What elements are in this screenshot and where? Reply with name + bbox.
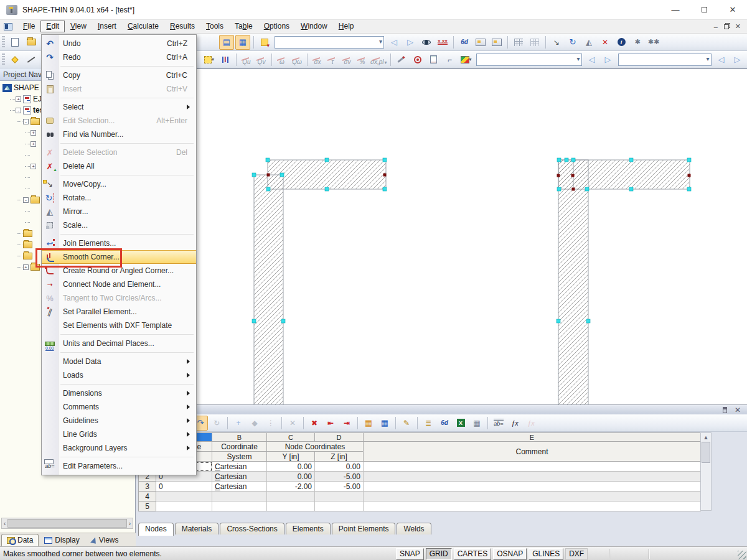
result-sigma-v-button[interactable]: σv	[341, 53, 354, 67]
open-file-button[interactable]	[24, 35, 39, 50]
column-header-b[interactable]: B	[212, 433, 267, 442]
collapse-icon[interactable]: -	[16, 108, 21, 113]
cell-reference[interactable]	[156, 492, 212, 502]
expand-icon[interactable]: +	[31, 130, 36, 136]
menu-view[interactable]: View	[65, 21, 92, 32]
row-header[interactable]: 5	[139, 502, 156, 511]
navigator-tab-display[interactable]: Display	[39, 534, 85, 546]
navigator-tab-views[interactable]: Views	[85, 534, 125, 546]
result-qomega-button[interactable]: Qω	[290, 53, 304, 67]
menu-results[interactable]: Results	[164, 21, 200, 32]
copy-row-button[interactable]: ◆	[247, 416, 262, 431]
node-marker[interactable]	[557, 158, 561, 162]
scroll-up-icon[interactable]: ▲	[703, 433, 709, 442]
table-refresh-button[interactable]: ↻	[209, 416, 224, 431]
menu-item-redo[interactable]: ↷RedoCtrl+A	[42, 50, 196, 64]
color-scale-button[interactable]: ▾	[459, 52, 474, 67]
menu-item-connect-node-and-element[interactable]: ➝Connect Node and Element...	[42, 278, 196, 291]
status-toggle-osnap[interactable]: OSNAP	[493, 548, 527, 560]
node-marker[interactable]	[280, 173, 284, 177]
view-table-button[interactable]: ▦	[235, 35, 250, 50]
node-marker[interactable]	[266, 158, 270, 162]
new-element-button[interactable]	[24, 52, 39, 67]
cell-comment[interactable]	[364, 502, 701, 511]
menu-table[interactable]: Table	[229, 21, 258, 32]
node-marker[interactable]	[629, 187, 633, 191]
menu-file[interactable]: File	[17, 21, 40, 32]
cell-reference[interactable]: 0	[156, 482, 212, 492]
column-header-d[interactable]: D	[315, 433, 364, 442]
node-marker-selected[interactable]	[557, 174, 560, 177]
status-toggle-cartes[interactable]: CARTES	[454, 548, 491, 560]
cell-z[interactable]	[315, 502, 364, 511]
menu-item-copy[interactable]: CopyCtrl+C	[42, 68, 196, 82]
table-vscrollbar[interactable]: ▲	[700, 432, 712, 511]
cell-comment[interactable]	[364, 472, 701, 482]
fill-down-button[interactable]: ⋮	[263, 416, 278, 431]
rendering-button[interactable]: 6d	[457, 35, 472, 50]
forward-button[interactable]: ▷	[403, 35, 418, 50]
cell-z[interactable]: -5.00	[315, 472, 364, 482]
collapse-icon[interactable]: -	[23, 119, 29, 124]
cell-z[interactable]: 0.00	[315, 462, 364, 472]
left-t-section[interactable]	[268, 160, 386, 189]
cell-y[interactable]: 0.00	[267, 472, 315, 482]
next-point-button[interactable]: ▷	[730, 52, 745, 67]
cell-coordinate-system[interactable]	[212, 492, 267, 502]
table-close-icon[interactable]: ✕	[735, 407, 741, 413]
section-frame-button[interactable]: ⌐	[443, 52, 458, 67]
zoom-button[interactable]	[419, 35, 434, 50]
node-marker[interactable]	[571, 158, 575, 162]
table-view-button[interactable]: ▦	[377, 416, 392, 431]
status-toggle-dxf[interactable]: DXF	[565, 548, 588, 560]
node-marker[interactable]	[586, 319, 590, 323]
result-qv-button[interactable]: Qv	[255, 53, 268, 67]
table-tab-elements[interactable]: Elements	[286, 523, 331, 534]
clear-table-button[interactable]: ✕	[285, 416, 300, 431]
info-button[interactable]: i	[614, 35, 629, 50]
menu-tools[interactable]: Tools	[200, 21, 229, 32]
menu-calculate[interactable]: Calculate	[122, 21, 164, 32]
cell-coordinate-system[interactable]	[212, 502, 267, 511]
print-graphic-button[interactable]	[473, 35, 488, 50]
cell-coordinate-system[interactable]: Cartesian	[212, 482, 267, 492]
mdi-close-button[interactable]: ✕	[735, 22, 741, 30]
left-t-section[interactable]	[254, 175, 283, 405]
select-special-button[interactable]: ▾	[202, 52, 217, 67]
node-marker[interactable]	[281, 319, 285, 323]
result-omega-button[interactable]: ω	[275, 53, 289, 67]
formula-button[interactable]: ƒx	[507, 416, 522, 431]
move-button[interactable]: ↘	[549, 35, 564, 50]
node-marker[interactable]	[266, 187, 270, 191]
node-marker-selected[interactable]	[572, 188, 575, 191]
cross-section-button[interactable]: I	[218, 52, 233, 67]
table-tab-cross-sections[interactable]: Cross-Sections	[220, 523, 284, 534]
formula-off-button[interactable]: ƒx	[524, 416, 538, 431]
menu-item-background-layers[interactable]: Background Layers	[42, 441, 196, 455]
close-button[interactable]: ✕	[718, 0, 747, 20]
mirror-button[interactable]: ◭	[581, 35, 596, 50]
new-window-button[interactable]	[257, 35, 272, 50]
menu-item-dimensions[interactable]: Dimensions	[42, 386, 196, 400]
decimal-places-button[interactable]: X.XX	[435, 35, 450, 50]
node-marker[interactable]	[325, 187, 329, 191]
toolbar-grip[interactable]	[2, 54, 5, 66]
center-of-gravity-button[interactable]	[410, 52, 425, 67]
delete-column-button[interactable]: ⇤	[323, 416, 338, 431]
menu-item-undo[interactable]: ↶UndoCtrl+Z	[42, 37, 196, 50]
expand-icon[interactable]: +	[31, 141, 36, 147]
row-header[interactable]: 4	[139, 492, 156, 502]
node-marker-selected[interactable]	[267, 174, 270, 177]
table-3d-view-button[interactable]: 6d	[437, 416, 452, 431]
menu-item-edit-selection[interactable]: Edit Selection...Alt+Enter	[42, 114, 196, 128]
result-qu-button[interactable]: Qu	[240, 53, 253, 67]
previous-case-button[interactable]: ◁	[585, 52, 599, 67]
resize-grip[interactable]	[738, 551, 746, 559]
result-sigma-x-button[interactable]: σx	[311, 53, 324, 67]
cell-y[interactable]: 0.00	[267, 462, 315, 472]
mass-print-button[interactable]	[489, 35, 504, 50]
node-marker[interactable]	[565, 158, 568, 162]
navigator-tab-data[interactable]: Data	[1, 534, 39, 546]
menu-options[interactable]: Options	[258, 21, 295, 32]
node-marker-selected[interactable]	[571, 174, 575, 177]
